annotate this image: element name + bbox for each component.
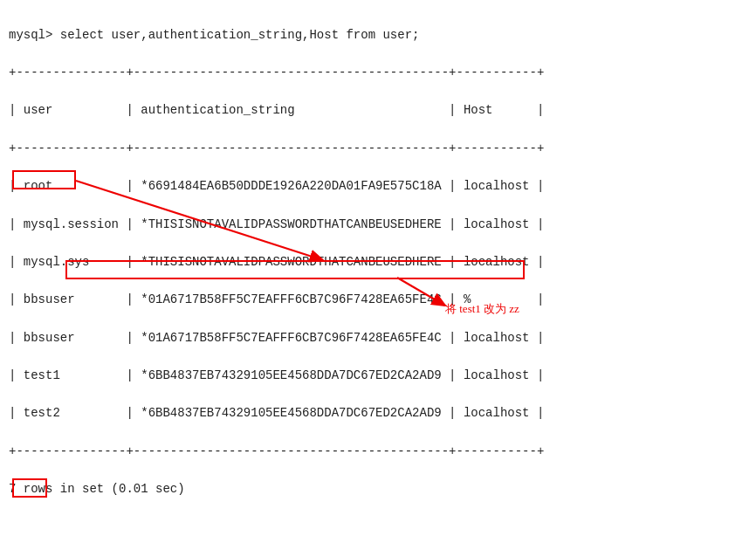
terminal-line-10: | test1 | *6BB4837EB74329105EE4568DDA7DC… [9,368,544,382]
terminal-line-12: +---------------+-----------------------… [9,444,544,458]
terminal-line-6: | mysql.session | *THISISNOTAVALIDPASSWO… [9,217,544,231]
terminal-line-4: +---------------+-----------------------… [9,141,544,155]
terminal-line-9: | bbsuser | *01A6717B58FF5C7EAFFF6CB7C96… [9,331,544,345]
terminal-output: mysql> select user,authentication_string… [0,0,756,536]
terminal-line-8: | bbsuser | *01A6717B58FF5C7EAFFF6CB7C96… [9,292,544,306]
terminal-line-7: | mysql.sys | *THISISNOTAVALIDPASSWORDTH… [9,255,544,269]
terminal-line-5: | root | *6691484EA6B50DDDE1926A220DA01F… [9,179,544,193]
terminal-line-1: mysql> select user,authentication_string… [9,28,419,42]
terminal-line-3: | user | authentication_string | Host | [9,103,544,117]
terminal-line-2: +---------------+-----------------------… [9,65,544,79]
terminal-line-13: 7 rows in set (0.01 sec) [9,482,185,496]
terminal-line-11: | test2 | *6BB4837EB74329105EE4568DDA7DC… [9,406,544,420]
